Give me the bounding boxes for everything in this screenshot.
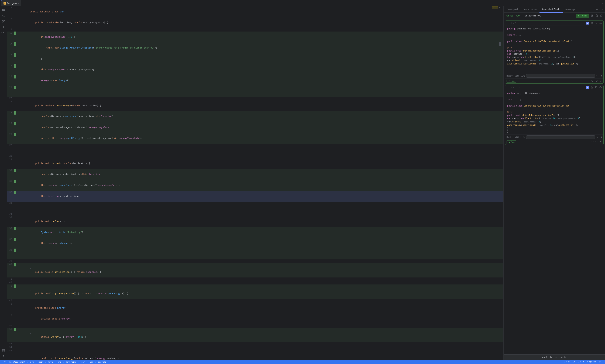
- code-line-35: 35 public void refuel() {: [7, 216, 503, 227]
- status-breadcrumb-java[interactable]: java: [47, 360, 54, 364]
- sidebar-dots[interactable]: ···: [0, 30, 7, 35]
- status-breadcrumb-assignment[interactable]: TestAssignment: [8, 360, 27, 364]
- run-play-icon-1: [508, 80, 510, 82]
- test-card-1-nav: ‹ 1 / 1 ›: [505, 21, 604, 26]
- status-bar: TestAssignment › src › main › java › org…: [0, 360, 605, 364]
- test-card-2-copy[interactable]: [590, 86, 593, 89]
- code-line-41: 41: [7, 277, 503, 281]
- file-tab-car-java[interactable]: J Car.java ✕: [1, 0, 21, 6]
- sidebar-icon-search[interactable]: [1, 13, 6, 18]
- tab-description[interactable]: Description: [521, 6, 539, 13]
- sidebar-icon-settings[interactable]: [1, 353, 6, 358]
- test-card-1-run-btn[interactable]: Run: [507, 79, 516, 83]
- test-card-1-delete[interactable]: [599, 79, 602, 83]
- tab-close-btn[interactable]: ✕: [18, 2, 19, 4]
- nav-prev-2[interactable]: ‹: [507, 86, 509, 89]
- nav-prev-1[interactable]: ‹: [507, 22, 509, 25]
- tab-testspark[interactable]: TestSpark: [505, 6, 521, 13]
- code-line-50: 50: [7, 324, 503, 328]
- tab-coverage[interactable]: Coverage: [563, 6, 577, 13]
- test-card-2-llm-send[interactable]: [600, 136, 602, 138]
- test-card-1-checkbox[interactable]: [586, 22, 589, 25]
- sidebar-icon-git[interactable]: [1, 19, 6, 24]
- code-line-32: 32 this.location = destination;: [7, 191, 503, 202]
- code-line-15: 15: [7, 28, 503, 32]
- status-breadcrumb-main[interactable]: main: [37, 360, 45, 364]
- copy-all-icon[interactable]: [595, 14, 598, 18]
- test-card-1-llm-dropdown[interactable]: [596, 75, 599, 77]
- svg-rect-31: [599, 361, 600, 362]
- test-card-2-checkbox[interactable]: [586, 86, 589, 89]
- svg-rect-19: [591, 22, 592, 23]
- status-branch[interactable]: [2, 360, 8, 364]
- run-all-button[interactable]: Run all: [576, 14, 589, 18]
- test-card-1-actions: [586, 21, 602, 25]
- status-breadcrumb-car-class[interactable]: Car: [88, 360, 95, 364]
- svg-point-12: [3, 356, 4, 356]
- code-line-26: 26 return (this.energy.getEnergy() - est…: [7, 133, 503, 144]
- status-indent[interactable]: 4 spaces: [585, 361, 597, 363]
- code-line-34: 34: [7, 212, 503, 216]
- test-card-2-dislike[interactable]: [599, 86, 602, 89]
- tests-scroll[interactable]: ‹ 1 / 1 ›: [503, 19, 605, 354]
- run-all-play-icon: [578, 15, 580, 17]
- collapse-46[interactable]: ▶: [30, 289, 31, 291]
- test-card-1-copy[interactable]: [590, 21, 593, 25]
- right-panel: TestSpark Description Generated Tests Co…: [503, 6, 605, 360]
- panel-close-icon[interactable]: ✕: [602, 8, 604, 11]
- status-breadcrumb-jetbrains[interactable]: jetbrains: [65, 360, 78, 364]
- tab-generated-tests[interactable]: Generated Tests: [540, 6, 563, 13]
- status-breadcrumb-driveto[interactable]: driveTo: [97, 360, 107, 364]
- status-position[interactable]: 32:37: [563, 361, 572, 363]
- test-card-2-delete[interactable]: [599, 141, 602, 144]
- code-line-5: 5 public abstract class Car { ⚠ 3: [7, 6, 503, 17]
- tab-more-btn[interactable]: ⋯: [602, 1, 604, 5]
- sidebar-icon-folder[interactable]: [1, 8, 6, 13]
- delete-all-icon[interactable]: [600, 14, 603, 18]
- test-card-1-refresh[interactable]: [591, 79, 594, 83]
- collapse-55[interactable]: ▶: [30, 354, 31, 356]
- select-all-icon[interactable]: [591, 14, 594, 18]
- test-card-1-llm-send[interactable]: [600, 75, 602, 77]
- status-encoding[interactable]: UTF-8: [577, 361, 585, 363]
- test-card-2-llm-dropdown[interactable]: [596, 136, 599, 138]
- code-line-52: 52: [7, 342, 503, 346]
- nav-next-2[interactable]: ›: [518, 86, 520, 89]
- code-line-31: 31 this.energy.reduceEnergy( value: dist…: [7, 180, 503, 191]
- code-line-36: 36 System.out.println("Refueling");: [7, 227, 503, 238]
- code-container[interactable]: 5 public abstract class Car { ⚠ 3 13 pub…: [7, 6, 503, 360]
- test-card-1-dislike[interactable]: [599, 21, 602, 25]
- sidebar-icon-plugins[interactable]: [1, 348, 6, 353]
- svg-rect-33: [599, 362, 600, 363]
- collapse-51[interactable]: ▶: [30, 332, 31, 334]
- test-card-2-refresh[interactable]: [591, 141, 594, 144]
- svg-rect-17: [601, 15, 602, 17]
- panel-minimize-icon[interactable]: —: [599, 8, 601, 11]
- test-card-2-run-btn[interactable]: Run: [507, 141, 516, 144]
- status-breadcrumb-car-pkg[interactable]: car: [80, 360, 86, 364]
- panel-pin-icon[interactable]: ⋯: [596, 8, 598, 11]
- apply-to-suite-btn[interactable]: Apply to test suite: [503, 354, 605, 360]
- test-card-1-llm-input[interactable]: [526, 74, 595, 78]
- test-card-2-llm-input[interactable]: [526, 135, 595, 139]
- code-line-48: 48 protected class Energy{: [7, 302, 503, 313]
- test-card-2-undo[interactable]: [595, 141, 598, 144]
- svg-rect-27: [600, 142, 601, 143]
- status-line-ending[interactable]: LF: [572, 361, 577, 363]
- expand-icon[interactable]: [499, 6, 501, 8]
- code-line-49: 49 private double energy;: [7, 313, 503, 324]
- status-breadcrumb-src[interactable]: src: [29, 360, 35, 364]
- sidebar-icon-debug[interactable]: [1, 25, 6, 29]
- code-line-30: 30 double distance = destination-this.lo…: [7, 169, 503, 180]
- code-line-38: 38 }: [7, 248, 503, 260]
- test-card-1-llm-row: Modify with LLM:: [505, 73, 604, 78]
- tab-bar: J Car.java ✕ ⋯: [0, 0, 605, 6]
- test-card-1-undo[interactable]: [595, 79, 598, 83]
- collapse-40[interactable]: ▶: [30, 268, 31, 269]
- test-card-1-like[interactable]: [595, 21, 598, 25]
- status-breadcrumb-org[interactable]: org: [56, 360, 63, 364]
- right-panel-tabs: TestSpark Description Generated Tests Co…: [503, 6, 605, 13]
- test-card-2-like[interactable]: [595, 86, 598, 89]
- code-line-22: 22: [7, 97, 503, 100]
- nav-next-1[interactable]: ›: [518, 22, 520, 25]
